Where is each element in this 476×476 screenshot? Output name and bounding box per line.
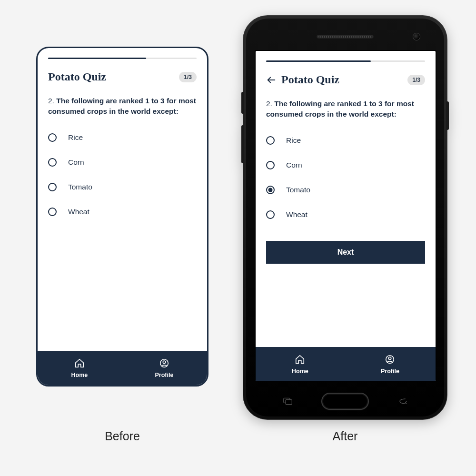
nav-home[interactable]: Home (71, 358, 88, 378)
svg-rect-3 (286, 400, 292, 405)
progress-fill (266, 60, 371, 62)
option-row[interactable]: Tomato (48, 183, 197, 191)
radio-icon (266, 161, 275, 169)
question-text: 2. The following are ranked 1 to 3 for m… (48, 96, 197, 117)
svg-point-1 (163, 360, 166, 363)
back-arrow-icon[interactable] (266, 75, 277, 85)
question-number: 2. (266, 99, 272, 108)
screen-after: Potato Quiz 1/3 2. The following are ran… (255, 50, 436, 382)
progress-track (266, 60, 425, 62)
profile-icon (385, 354, 395, 366)
next-button[interactable]: Next (266, 241, 425, 264)
header-row: Potato Quiz 1/3 (48, 70, 197, 83)
caption-after: After (243, 429, 447, 443)
nav-profile-label: Profile (155, 372, 173, 378)
option-label: Tomato (286, 186, 310, 194)
radio-icon (48, 158, 57, 167)
option-label: Rice (286, 136, 301, 145)
phone-body: Potato Quiz 1/3 2. The following are ran… (243, 15, 447, 420)
radio-icon (266, 136, 275, 145)
nav-home[interactable]: Home (292, 354, 308, 375)
option-row[interactable]: Wheat (266, 210, 425, 219)
screen-before: Potato Quiz 1/3 2. The following are ran… (38, 48, 207, 385)
radio-icon (48, 183, 57, 191)
option-row[interactable]: Tomato (266, 186, 425, 194)
front-camera (413, 33, 420, 40)
options-list: RiceCornTomatoWheat (48, 133, 197, 216)
nav-home-label: Home (292, 368, 308, 375)
hw-back-button (397, 397, 407, 405)
home-icon (74, 358, 85, 370)
radio-icon (48, 208, 57, 216)
option-label: Corn (68, 158, 84, 167)
question-counter: 1/3 (179, 72, 197, 82)
option-row[interactable]: Corn (266, 161, 425, 169)
radio-icon (266, 186, 275, 194)
progress-fill (48, 58, 146, 59)
speaker-grille (317, 35, 374, 39)
option-row[interactable]: Wheat (48, 208, 197, 216)
bottom-nav: Home Profile (256, 347, 436, 381)
content-area: Potato Quiz 1/3 2. The following are ran… (38, 48, 207, 351)
phone-before: Potato Quiz 1/3 2. The following are ran… (36, 47, 208, 387)
phone-after: Potato Quiz 1/3 2. The following are ran… (243, 15, 447, 420)
hw-home-button (321, 393, 369, 410)
options-list: RiceCornTomatoWheat (266, 136, 425, 219)
quiz-title: Potato Quiz (281, 73, 407, 86)
hw-recents-button (283, 397, 293, 405)
option-label: Rice (68, 133, 83, 142)
progress-track (48, 58, 197, 59)
hw-volume-button (241, 125, 244, 163)
question-number: 2. (48, 97, 54, 105)
bottom-nav: Home Profile (38, 351, 207, 385)
header-row: Potato Quiz 1/3 (266, 73, 425, 86)
screen-inner-after: Potato Quiz 1/3 2. The following are ran… (256, 51, 436, 381)
nav-profile-label: Profile (381, 368, 399, 375)
nav-profile[interactable]: Profile (381, 354, 399, 375)
nav-home-label: Home (71, 372, 88, 378)
quiz-title: Potato Quiz (48, 70, 179, 83)
hw-power-button (446, 101, 449, 130)
option-label: Tomato (68, 183, 92, 191)
content-area: Potato Quiz 1/3 2. The following are ran… (256, 51, 436, 347)
radio-icon (48, 133, 57, 142)
question-body: The following are ranked 1 to 3 for most… (48, 97, 196, 115)
option-row[interactable]: Rice (48, 133, 197, 142)
option-label: Wheat (68, 208, 89, 216)
hw-side-button (241, 92, 244, 114)
question-body: The following are ranked 1 to 3 for most… (266, 99, 414, 118)
nav-profile[interactable]: Profile (155, 358, 173, 378)
option-label: Wheat (286, 210, 307, 219)
radio-icon (266, 210, 275, 219)
option-label: Corn (286, 161, 302, 169)
question-text: 2. The following are ranked 1 to 3 for m… (266, 99, 425, 120)
profile-icon (159, 358, 169, 370)
option-row[interactable]: Corn (48, 158, 197, 167)
option-row[interactable]: Rice (266, 136, 425, 145)
question-counter: 1/3 (407, 75, 425, 85)
home-icon (295, 354, 305, 366)
caption-before: Before (36, 429, 208, 443)
svg-point-6 (389, 357, 392, 359)
